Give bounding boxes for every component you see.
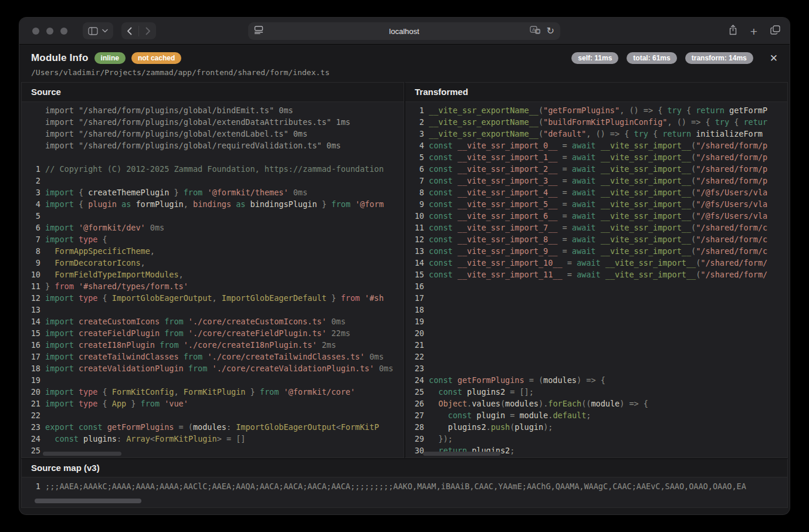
code-line: 3__vite_ssr_exportName__("default", () =… <box>405 128 787 140</box>
code-line: 17import createTailwindClasses from './c… <box>22 351 404 362</box>
code-line: 18 <box>405 304 787 316</box>
timing-self-badge: self: 11ms <box>571 52 618 64</box>
code-line: 20 <box>405 327 787 339</box>
sourcemap-hscrollbar[interactable] <box>35 499 141 503</box>
sourcemap-body[interactable]: 1 ;;;AAEA;AAAkC;AAAA;AAAA;AAAA;AAClC;AAE… <box>22 477 787 507</box>
timing-total-badge: total: 61ms <box>627 52 676 64</box>
nav-divider <box>138 26 139 36</box>
code-line: 15import createFieldPlugin from './core/… <box>22 327 404 339</box>
source-panel-title: Source <box>22 83 404 102</box>
code-line: 6const __vite_ssr_import_2__ = await __v… <box>405 163 787 175</box>
code-line: import "/shared/form/plugins/global/bind… <box>22 104 404 116</box>
sourcemap-title: Source map (v3) <box>22 459 787 477</box>
code-line: 19 <box>22 374 404 386</box>
code-line: 6import '@formkit/dev' 0ms <box>22 222 404 233</box>
code-line: 7import type { <box>22 233 404 245</box>
code-line: 10const __vite_ssr_import_6__ = await __… <box>405 210 787 222</box>
code-line: 29 }); <box>405 433 787 445</box>
code-line: 22 <box>405 351 787 362</box>
code-line: 2__vite_ssr_exportName__("buildFormKitPl… <box>405 116 787 128</box>
minimize-window-button[interactable] <box>46 28 53 35</box>
transformed-panel: Transformed 1__vite_ssr_exportName__("ge… <box>404 82 788 458</box>
address-bar[interactable]: localhost A ✱ ↻ <box>248 22 560 40</box>
traffic-lights <box>32 28 67 35</box>
code-line: 27 const plugin = module.default; <box>405 409 787 421</box>
code-line: 8 FormAppSpecificTheme, <box>22 245 404 257</box>
code-line: 25 const plugins2 = []; <box>405 386 787 398</box>
code-line: 1__vite_ssr_exportName__("getFormPlugins… <box>405 104 787 116</box>
sourcemap-line-number: 1 <box>25 480 40 492</box>
tab-overview-icon[interactable] <box>770 25 780 37</box>
new-tab-icon[interactable]: + <box>750 25 757 38</box>
code-line: 19 <box>405 316 787 327</box>
reader-view-icon[interactable] <box>254 26 263 36</box>
code-line: 13 <box>22 304 404 316</box>
code-line: 1// Copyright (C) 2012-2025 Zammad Found… <box>22 163 404 175</box>
code-line: 18import createValidationPlugin from './… <box>22 362 404 374</box>
code-line: 21 <box>405 339 787 351</box>
source-code[interactable]: import "/shared/form/plugins/global/bind… <box>22 102 404 458</box>
code-line: 14import createCustomIcons from './core/… <box>22 316 404 327</box>
sidebar-icon[interactable] <box>88 27 98 35</box>
toolbar-right-cluster: + <box>729 22 780 40</box>
share-icon[interactable] <box>729 25 737 38</box>
code-line: 4import { plugin as formPlugin, bindings… <box>22 198 404 210</box>
zoom-window-button[interactable] <box>60 28 67 35</box>
close-window-button[interactable] <box>32 28 39 35</box>
module-file-path: /Users/vladimir/Projects/zammad/app/fron… <box>31 68 778 77</box>
code-line: 9const __vite_ssr_import_5__ = await __v… <box>405 198 787 210</box>
code-line: 9 FormDecoratorIcons, <box>22 257 404 269</box>
code-line: 7const __vite_ssr_import_3__ = await __v… <box>405 175 787 187</box>
transformed-code[interactable]: 1__vite_ssr_exportName__("getFormPlugins… <box>405 102 787 458</box>
sourcemap-section: Source map (v3) 1 ;;;AAEA;AAAkC;AAAA;AAA… <box>21 458 788 508</box>
code-line: 12import type { ImportGlobEagerOutput, I… <box>22 292 404 304</box>
chevron-down-icon[interactable] <box>102 29 108 33</box>
code-line: 24const getFormPlugins = (modules) => { <box>405 374 787 386</box>
badge-not-cached: not cached <box>131 52 181 64</box>
browser-window: localhost A ✱ ↻ <box>19 18 790 514</box>
code-line: 22 <box>22 409 404 421</box>
page-title: Module Info <box>31 52 89 64</box>
code-line: 12const __vite_ssr_import_8__ = await __… <box>405 233 787 245</box>
code-line: 26 Object.values(modules).forEach((modul… <box>405 398 787 409</box>
code-line: 3import { createThemePlugin } from '@for… <box>22 187 404 198</box>
code-line: 5 <box>22 210 404 222</box>
code-line: 2 <box>22 175 404 187</box>
code-line: 28 plugins2.push(plugin); <box>405 421 787 433</box>
main-content: Source import "/shared/form/plugins/glob… <box>19 82 790 508</box>
svg-text:✱: ✱ <box>536 29 540 33</box>
timing-transform-badge: transform: 14ms <box>685 52 753 64</box>
code-line: 20import type { FormKitConfig, FormKitPl… <box>22 386 404 398</box>
code-line: 17 <box>405 292 787 304</box>
code-line: 23export const getFormPlugins = (modules… <box>22 421 404 433</box>
address-text[interactable]: localhost <box>248 27 560 36</box>
code-line: 11} from '#shared/types/form.ts' <box>22 280 404 292</box>
code-line: import "/shared/form/plugins/global/requ… <box>22 140 404 151</box>
source-hscrollbar[interactable] <box>43 452 121 456</box>
reload-icon[interactable]: ↻ <box>547 26 554 36</box>
browser-toolbar: localhost A ✱ ↻ <box>19 18 790 45</box>
badge-inline: inline <box>94 52 126 64</box>
transformed-hscrollbar[interactable] <box>423 452 500 456</box>
code-line: 8const __vite_ssr_import_4__ = await __v… <box>405 187 787 198</box>
close-icon[interactable]: ✕ <box>770 53 778 63</box>
code-line: 15const __vite_ssr_import_11__ = await _… <box>405 269 787 280</box>
back-icon[interactable] <box>127 27 132 35</box>
sidebar-button-group[interactable] <box>83 22 113 39</box>
code-line: 11const __vite_ssr_import_7__ = await __… <box>405 222 787 233</box>
code-line: 24 const plugins: Array<FormKitPlugin> =… <box>22 433 404 445</box>
code-line: 10 FormFieldTypeImportModules, <box>22 269 404 280</box>
code-line: 4const __vite_ssr_import_0__ = await __v… <box>405 140 787 151</box>
forward-icon[interactable] <box>145 27 151 35</box>
translate-icon[interactable]: A ✱ <box>530 26 541 37</box>
code-line: 23 <box>405 362 787 374</box>
code-line: 13const __vite_ssr_import_9__ = await __… <box>405 245 787 257</box>
code-line: import "/shared/form/plugins/global/exte… <box>22 128 404 140</box>
code-line <box>22 151 404 163</box>
code-line: 14const __vite_ssr_import_10__ = await _… <box>405 257 787 269</box>
code-line: 16 <box>405 280 787 292</box>
transformed-panel-title: Transformed <box>405 83 787 102</box>
source-panel: Source import "/shared/form/plugins/glob… <box>21 82 404 458</box>
code-line: 21import type { App } from 'vue' <box>22 398 404 409</box>
code-line: 16import createI18nPlugin from './core/c… <box>22 339 404 351</box>
